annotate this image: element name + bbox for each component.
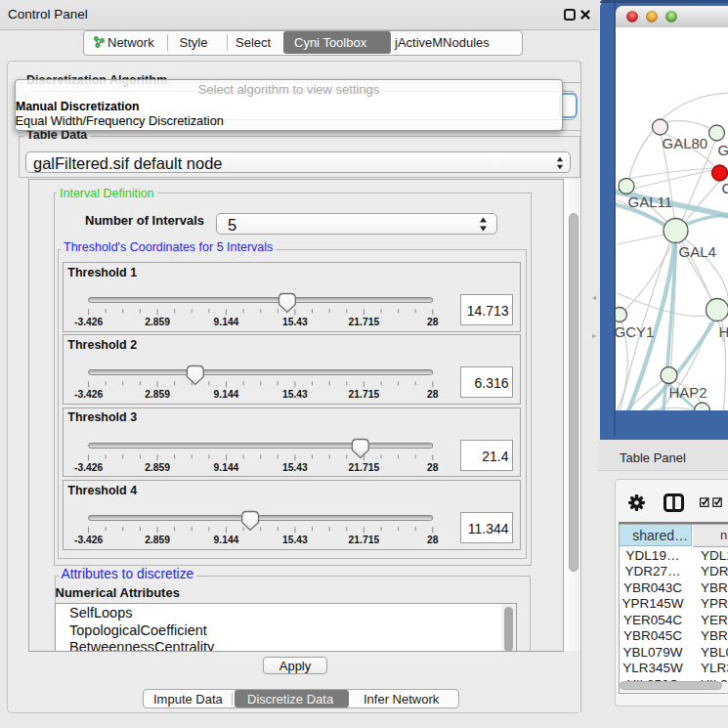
- svg-text:9.144: 9.144: [214, 317, 239, 327]
- svg-text:2.859: 2.859: [145, 461, 170, 472]
- svg-text:GAL11: GAL11: [627, 193, 672, 210]
- svg-text:GA: GA: [717, 142, 728, 158]
- svg-text:9.144: 9.144: [214, 461, 239, 472]
- svg-text:21.715: 21.715: [349, 317, 380, 327]
- svg-text:28: 28: [427, 317, 439, 327]
- svg-text:-3.426: -3.426: [74, 461, 103, 472]
- svg-text:H: H: [718, 323, 728, 340]
- svg-text:28: 28: [427, 535, 439, 545]
- svg-text:15.43: 15.43: [282, 317, 308, 327]
- svg-text:15.43: 15.43: [282, 389, 308, 400]
- svg-text:-3.426: -3.426: [74, 317, 103, 327]
- svg-text:-3.426: -3.426: [74, 535, 103, 545]
- svg-text:21.715: 21.715: [349, 389, 380, 400]
- svg-text:28: 28: [427, 461, 439, 472]
- svg-text:GCY1: GCY1: [616, 323, 654, 340]
- svg-text:GAL80: GAL80: [662, 135, 707, 151]
- svg-text:HAP2: HAP2: [668, 384, 707, 401]
- svg-text:15.43: 15.43: [282, 461, 308, 472]
- svg-text:9.144: 9.144: [214, 535, 239, 545]
- svg-text:21.715: 21.715: [349, 535, 380, 545]
- svg-text:GAL4: GAL4: [678, 243, 715, 260]
- svg-text:2.859: 2.859: [145, 389, 170, 400]
- svg-text:9.144: 9.144: [214, 389, 239, 400]
- svg-text:C: C: [721, 180, 728, 196]
- svg-text:15.43: 15.43: [282, 535, 308, 545]
- svg-text:-3.426: -3.426: [74, 389, 103, 400]
- svg-text:2.859: 2.859: [145, 317, 170, 327]
- svg-text:28: 28: [427, 389, 439, 400]
- svg-text:21.715: 21.715: [349, 461, 380, 472]
- svg-text:2.859: 2.859: [145, 535, 170, 545]
